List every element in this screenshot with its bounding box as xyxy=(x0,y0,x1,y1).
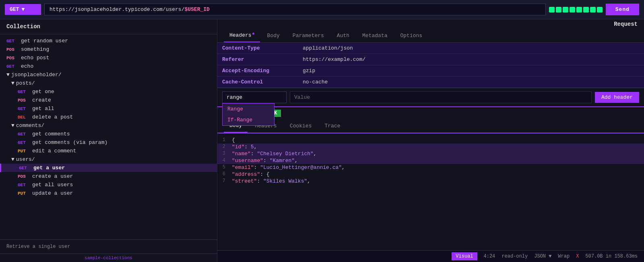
json-punct: : xyxy=(257,178,263,184)
autocomplete-item-if-range[interactable]: If-Range xyxy=(223,114,274,125)
autocomplete-item-range[interactable]: Range xyxy=(223,104,274,114)
sidebar-header: Collection xyxy=(0,19,217,34)
tab-auth[interactable]: Auth xyxy=(331,29,355,42)
request-label: Request xyxy=(614,21,638,27)
sidebar-item-something[interactable]: POS something xyxy=(0,45,217,54)
method-badge-post: POS xyxy=(18,98,30,103)
method-badge-put: PUT xyxy=(18,191,30,196)
method-badge-post: POS xyxy=(18,174,30,179)
header-row: Cache-Control no-cache xyxy=(217,77,644,88)
format-arrow: ▼ xyxy=(549,254,551,259)
line-content: "street": "Skiles Walks", xyxy=(232,178,310,184)
method-badge-get: GET xyxy=(19,166,31,171)
header-key: Content-Type xyxy=(217,43,298,54)
sidebar-item-get-comments-via-param[interactable]: GET get comments (via param) xyxy=(0,138,217,147)
folder-jsonplaceholder[interactable]: ▼ jsonplaceholder/ xyxy=(0,71,217,79)
tab-headers[interactable]: Headers xyxy=(224,29,260,42)
url-base: https://jsonplaceholder.typicode.com/use… xyxy=(50,6,184,12)
header-value: https://example.com/ xyxy=(298,54,644,65)
tab-label: Auth xyxy=(337,33,349,39)
tab-parameters[interactable]: Parameters xyxy=(287,29,330,42)
json-key: "email" xyxy=(232,164,254,171)
method-badge-post: POS xyxy=(6,56,19,60)
folder-label: comments/ xyxy=(16,123,44,129)
header-value: application/json xyxy=(298,43,644,54)
header-row: Content-Type application/json xyxy=(217,43,644,54)
header-key: Referer xyxy=(217,54,298,65)
dot-6 xyxy=(583,7,589,12)
tab-response-cookies[interactable]: Cookies xyxy=(284,120,318,132)
wrap-label: Wrap xyxy=(558,254,570,259)
line-number: 3 xyxy=(217,151,232,156)
add-header-button[interactable]: Add header xyxy=(595,92,639,103)
tab-response-trace[interactable]: Trace xyxy=(319,120,346,132)
code-line: 2"id": 5, xyxy=(217,143,644,150)
sidebar-item-create[interactable]: POS create xyxy=(0,96,217,104)
method-arrow: ▼ xyxy=(21,6,25,12)
visual-button[interactable]: Visual xyxy=(452,252,477,260)
response-section: Response 200 OK Body Headers Cookies Tra… xyxy=(217,107,644,262)
line-number: 2 xyxy=(217,144,232,150)
json-punct: : xyxy=(263,158,270,164)
folder-posts[interactable]: ▼ posts/ xyxy=(0,79,217,87)
method-badge-get: GET xyxy=(18,183,30,187)
json-key: "username" xyxy=(232,158,263,164)
tab-body[interactable]: Body xyxy=(262,29,285,42)
request-section: Request Headers Body Parameters Auth Met… xyxy=(217,19,644,107)
tab-options[interactable]: Options xyxy=(394,29,428,42)
json-string: "Skiles Walks" xyxy=(263,178,307,184)
folder-arrow: ▼ xyxy=(11,80,14,86)
folder-comments[interactable]: ▼ comments/ xyxy=(0,121,217,130)
response-header-row: Response 200 OK xyxy=(217,107,644,119)
dot-7 xyxy=(590,7,596,12)
autocomplete-list: Range If-Range xyxy=(222,103,275,126)
format-selector[interactable]: JSON ▼ xyxy=(534,254,551,259)
method-select[interactable]: GET ▼ xyxy=(5,4,41,15)
sidebar-item-echo-post[interactable]: POS echo post xyxy=(0,54,217,62)
code-line: 1{ xyxy=(217,137,644,143)
json-key: "street" xyxy=(232,178,257,184)
dot-3 xyxy=(563,7,568,12)
item-label: get comments (via param) xyxy=(32,139,107,146)
json-key: "name" xyxy=(232,151,251,157)
sidebar-item-get-one[interactable]: GET get one xyxy=(0,87,217,96)
item-label: delete a post xyxy=(32,114,73,120)
sidebar-collection-name: sample-collections xyxy=(0,254,217,262)
size-info: 507.0B in 158.63ms xyxy=(585,254,638,259)
url-bar[interactable]: https://jsonplaceholder.typicode.com/use… xyxy=(44,4,546,15)
header-value-input[interactable] xyxy=(290,91,592,103)
line-number: 1 xyxy=(217,137,232,143)
folder-users[interactable]: ▼ users/ xyxy=(0,155,217,164)
sidebar-item-get-random-user[interactable]: GET get random user xyxy=(0,37,217,45)
json-string: "Kamren" xyxy=(270,158,295,164)
tab-label: Cookies xyxy=(290,123,312,129)
line-number: 6 xyxy=(217,171,232,177)
sidebar-item-create-a-user[interactable]: POS create a user xyxy=(0,172,217,181)
sidebar-item-get-all-users[interactable]: GET get all users xyxy=(0,181,217,189)
json-punct: : xyxy=(244,144,251,150)
method-badge-get: GET xyxy=(18,89,30,94)
sidebar-item-delete-post[interactable]: DEL delete a post xyxy=(0,113,217,121)
send-button[interactable]: Send xyxy=(606,4,639,15)
json-string: "Chelsey Dietrich" xyxy=(257,151,313,157)
close-label[interactable]: X xyxy=(576,254,579,259)
sidebar-item-update-a-user[interactable]: PUT update a user xyxy=(0,189,217,198)
line-content: "id": 5, xyxy=(232,144,257,150)
header-key: Accept-Encoding xyxy=(217,65,298,77)
folder-arrow: ▼ xyxy=(11,156,14,162)
sidebar-item-echo[interactable]: GET echo xyxy=(0,62,217,71)
code-line: 5"email": "Lucio_Hettinger@annie.ca", xyxy=(217,164,644,171)
json-punct: : xyxy=(254,164,260,171)
sidebar-item-get-a-user[interactable]: GET get a user xyxy=(0,164,217,172)
header-key-input[interactable] xyxy=(222,91,287,103)
header-value: gzip xyxy=(298,65,644,77)
sidebar-item-get-all[interactable]: GET get all xyxy=(0,104,217,113)
tab-metadata[interactable]: Metadata xyxy=(357,29,393,42)
sidebar-item-edit-comment[interactable]: PUT edit a comment xyxy=(0,147,217,155)
line-number: 4 xyxy=(217,158,232,163)
main-layout: Collection GET get random user POS somet… xyxy=(0,19,644,262)
method-badge-get: GET xyxy=(6,64,19,69)
folder-label: posts/ xyxy=(16,80,35,86)
method-badge-get: GET xyxy=(6,39,19,44)
sidebar-item-get-comments[interactable]: GET get comments xyxy=(0,130,217,138)
